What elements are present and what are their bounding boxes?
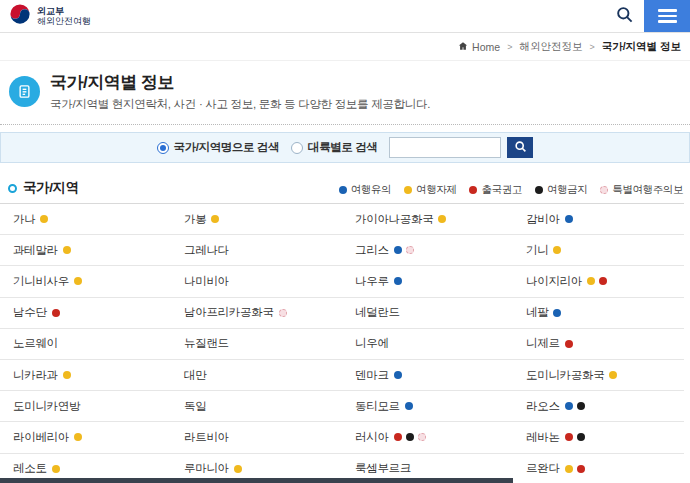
header-search-button[interactable] <box>604 0 644 32</box>
page: 외교부 해외안전여행 Home > 해외안전정 <box>0 0 690 483</box>
country-item[interactable]: 노르웨이 <box>0 329 171 360</box>
advisory-dot-blue <box>394 371 402 379</box>
radio-search-by-continent[interactable]: 대륙별로 검색 <box>291 140 377 155</box>
radio-button-unchecked[interactable] <box>291 142 303 154</box>
country-name: 그리스 <box>355 243 389 258</box>
country-name: 루마니아 <box>184 461 229 476</box>
country-item[interactable]: 네덜란드 <box>342 298 513 329</box>
country-item[interactable]: 나이지리아 <box>513 266 684 297</box>
site-logo[interactable]: 외교부 해외안전여행 <box>0 0 91 32</box>
country-item[interactable]: 대만 <box>171 360 342 391</box>
advisory-dot-yellow <box>609 371 617 379</box>
country-name: 네팔 <box>526 305 548 320</box>
advisory-dot-blue <box>394 246 402 254</box>
country-item[interactable]: 러시아 <box>342 422 513 453</box>
country-item[interactable]: 남수단 <box>0 298 171 329</box>
advisory-dot-black <box>577 433 585 441</box>
advisory-dot-blue <box>565 402 573 410</box>
advisory-dot-red <box>565 433 573 441</box>
country-name: 라오스 <box>526 399 560 414</box>
country-item[interactable]: 가나 <box>0 204 171 235</box>
breadcrumb-home[interactable]: Home <box>458 41 500 53</box>
country-item[interactable]: 뉴질랜드 <box>171 329 342 360</box>
country-name: 라트비아 <box>184 430 229 445</box>
country-item[interactable]: 라이베리아 <box>0 422 171 453</box>
country-item[interactable]: 나미비아 <box>171 266 342 297</box>
legend: 여행유의여행자제출국권고여행금지특별여행주의보 <box>339 183 683 197</box>
advisory-dot-special <box>418 433 426 441</box>
search-submit-button[interactable] <box>507 137 533 158</box>
hamburger-icon <box>658 9 677 12</box>
advisory-dot-red <box>394 433 402 441</box>
advisory-dot-black <box>577 402 585 410</box>
country-name: 독일 <box>184 399 206 414</box>
country-item[interactable]: 라오스 <box>513 391 684 422</box>
advisory-dot-red <box>599 277 607 285</box>
breadcrumb-item-overseas-safety[interactable]: 해외안전정보 <box>519 40 582 54</box>
advisory-dot-yellow <box>211 215 219 223</box>
country-name: 과테말라 <box>13 243 58 258</box>
country-item[interactable]: 나우루 <box>342 266 513 297</box>
advisory-dot-special <box>600 186 608 194</box>
country-item[interactable]: 라트비아 <box>171 422 342 453</box>
country-item[interactable]: 동티모르 <box>342 391 513 422</box>
radio-button-checked[interactable] <box>157 142 169 154</box>
country-item[interactable]: 니우에 <box>342 329 513 360</box>
advisory-dot-yellow <box>553 246 561 254</box>
search-icon <box>514 140 527 156</box>
country-item[interactable]: 가봉 <box>171 204 342 235</box>
logo-line2: 해외안전여행 <box>37 16 91 26</box>
country-item[interactable]: 네팔 <box>513 298 684 329</box>
legend-item-blue: 여행유의 <box>339 183 391 197</box>
country-name: 레바논 <box>526 430 560 445</box>
country-item[interactable]: 감비아 <box>513 204 684 235</box>
advisory-dot-yellow <box>565 465 573 473</box>
country-name: 라이베리아 <box>13 430 69 445</box>
advisory-dot-special <box>406 246 414 254</box>
menu-button[interactable] <box>644 0 690 32</box>
country-name: 나이지리아 <box>526 274 582 289</box>
logo-line1: 외교부 <box>37 6 91 16</box>
country-name: 도미니카연방 <box>13 399 80 414</box>
country-item[interactable]: 니제르 <box>513 329 684 360</box>
advisory-dot-blue <box>565 215 573 223</box>
country-name: 뉴질랜드 <box>184 336 229 351</box>
advisory-dot-yellow <box>234 465 242 473</box>
country-item[interactable]: 도미니카연방 <box>0 391 171 422</box>
country-item[interactable]: 덴마크 <box>342 360 513 391</box>
section-title: 국가/지역 <box>8 179 79 197</box>
country-name: 가이아나공화국 <box>355 212 433 227</box>
advisory-dot-yellow <box>587 277 595 285</box>
breadcrumb-separator: > <box>589 42 594 52</box>
country-item[interactable]: 레바논 <box>513 422 684 453</box>
country-item[interactable]: 독일 <box>171 391 342 422</box>
country-item[interactable]: 도미니카공화국 <box>513 360 684 391</box>
country-item[interactable]: 기니비사우 <box>0 266 171 297</box>
country-item[interactable]: 가이아나공화국 <box>342 204 513 235</box>
country-item[interactable]: 그리스 <box>342 235 513 266</box>
radio-search-by-country[interactable]: 국가/지역명으로 검색 <box>157 140 280 155</box>
country-item[interactable]: 남아프리카공화국 <box>171 298 342 329</box>
advisory-dot-red <box>577 465 585 473</box>
advisory-dot-yellow <box>52 465 60 473</box>
mofa-taegeuk-icon <box>9 3 31 29</box>
page-title-section: 국가/지역별 정보 국가/지역별 현지연락처, 사건 · 사고 정보, 문화 등… <box>0 61 690 125</box>
country-item[interactable]: 과테말라 <box>0 235 171 266</box>
country-item[interactable]: 니카라과 <box>0 360 171 391</box>
country-name: 러시아 <box>355 430 389 445</box>
advisory-dot-special <box>279 309 287 317</box>
country-name: 그레나다 <box>184 243 229 258</box>
country-item[interactable]: 르완다 <box>513 454 684 483</box>
country-name: 니카라과 <box>13 368 58 383</box>
page-title: 국가/지역별 정보 <box>50 71 430 94</box>
country-name: 기니 <box>526 243 548 258</box>
country-grid: 가나가봉가이아나공화국감비아과테말라그레나다그리스기니기니비사우나미비아나우루나… <box>0 203 684 483</box>
search-input[interactable] <box>389 137 501 158</box>
country-name: 동티모르 <box>355 399 400 414</box>
country-name: 가봉 <box>184 212 206 227</box>
page-subtitle: 국가/지역별 현지연락처, 사건 · 사고 정보, 문화 등 다양한 정보를 제… <box>50 97 430 112</box>
advisory-dot-blue <box>553 309 561 317</box>
country-item[interactable]: 기니 <box>513 235 684 266</box>
advisory-dot-yellow <box>404 186 412 194</box>
country-item[interactable]: 그레나다 <box>171 235 342 266</box>
